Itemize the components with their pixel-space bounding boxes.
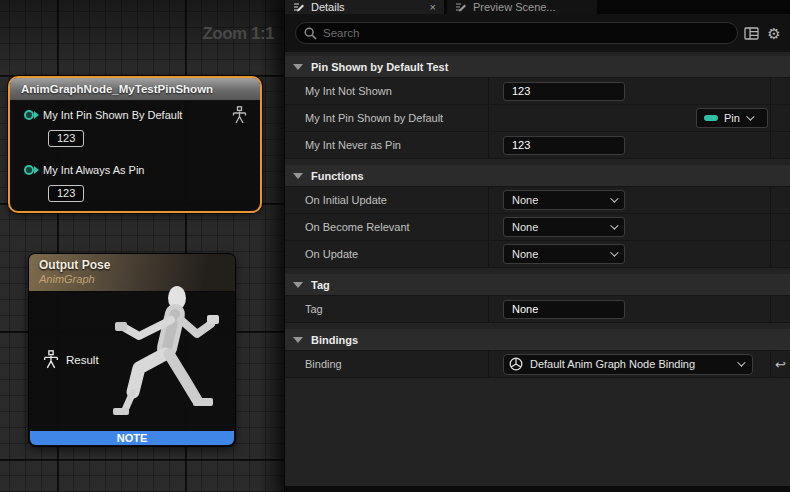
panel-tab-bar: Details × Preview Scene... — [285, 0, 790, 14]
row-on-update: On Update None — [285, 241, 790, 268]
row-tag: Tag None — [285, 296, 790, 323]
category-tag[interactable]: Tag — [285, 274, 790, 296]
row-extra-cell — [770, 296, 790, 322]
chevron-down-icon[interactable] — [293, 173, 303, 179]
row-on-become-relevant: On Become Relevant None — [285, 214, 790, 241]
chevron-down-icon[interactable] — [293, 282, 303, 288]
property-label: My Int Pin Shown by Default — [285, 105, 489, 131]
property-label: My Int Not Shown — [285, 78, 489, 104]
row-my-int-not-shown: My Int Not Shown 123 — [285, 78, 790, 105]
details-body: Pin Shown by Default Test My Int Not Sho… — [285, 52, 790, 486]
display-options-icon[interactable] — [741, 27, 761, 40]
category-functions[interactable]: Functions — [285, 165, 790, 187]
node-header[interactable]: AnimGraphNode_MyTestPinShown — [10, 78, 260, 101]
row-extra-cell — [770, 132, 790, 158]
category-bindings[interactable]: Bindings — [285, 329, 790, 351]
pose-figure-icon[interactable] — [232, 106, 247, 128]
animgraph-editor: Zoom 1:1 AnimGraphNode_MyTestPinShown My… — [0, 0, 790, 492]
row-extra-cell — [770, 187, 790, 213]
row-my-int-never-as-pin: My Int Never as Pin 123 — [285, 132, 790, 159]
details-panel: Details × Preview Scene... — [284, 0, 790, 492]
tab-label: Preview Scene... — [473, 1, 556, 13]
row-on-initial-update: On Initial Update None — [285, 187, 790, 214]
function-dropdown[interactable]: None — [503, 244, 625, 264]
pin-default-value[interactable]: 123 — [48, 185, 84, 202]
mannequin-image — [81, 284, 233, 430]
search-toolbar: ⚙ — [285, 14, 790, 52]
int-value-input[interactable]: 123 — [503, 82, 625, 101]
tag-input[interactable]: None — [503, 300, 625, 319]
chevron-down-icon — [610, 248, 618, 256]
row-extra-cell: ↩ — [770, 351, 790, 377]
output-pose-node[interactable]: Output Pose AnimGraph — [28, 253, 236, 447]
int-pin-icon[interactable] — [24, 165, 34, 175]
chevron-down-icon — [746, 112, 754, 120]
reset-to-default-icon[interactable]: ↩ — [775, 357, 786, 372]
chevron-down-icon[interactable] — [293, 337, 303, 343]
function-dropdown[interactable]: None — [503, 217, 625, 237]
search-box[interactable] — [295, 22, 738, 44]
node-pin-row: My Int Pin Shown By Default — [10, 109, 182, 121]
row-my-int-pin-shown-by-default: My Int Pin Shown by Default Pin — [285, 105, 790, 132]
zoom-level-label: Zoom 1:1 — [202, 24, 274, 44]
pin-label: My Int Pin Shown By Default — [43, 109, 182, 121]
details-icon — [293, 1, 305, 13]
result-pin-row[interactable]: Result — [43, 350, 99, 369]
row-extra-cell — [770, 78, 790, 104]
chevron-down-icon[interactable] — [293, 64, 303, 70]
row-binding: Binding Default Anim Graph Node Binding … — [285, 351, 790, 378]
row-extra-cell — [770, 241, 790, 267]
anim-graph-node[interactable]: AnimGraphNode_MyTestPinShown My Int Pin … — [8, 76, 262, 213]
pin-mode-dropdown[interactable]: Pin — [696, 108, 768, 128]
binding-dropdown[interactable]: Default Anim Graph Node Binding — [503, 354, 753, 375]
panel-bottom-border — [285, 486, 790, 492]
property-label: On Become Relevant — [285, 214, 489, 240]
search-input[interactable] — [323, 27, 727, 39]
int-pin-icon[interactable] — [24, 110, 34, 120]
property-label: Binding — [285, 351, 489, 377]
tab-preview-scene[interactable]: Preview Scene... — [447, 0, 597, 14]
node-pin-row: My Int Always As Pin — [10, 164, 144, 176]
node-title: AnimGraphNode_MyTestPinShown — [21, 83, 213, 95]
chevron-down-icon — [737, 358, 745, 366]
pose-pin-icon[interactable] — [43, 350, 59, 369]
search-icon — [304, 27, 317, 40]
property-label: On Initial Update — [285, 187, 489, 213]
row-extra-cell — [770, 105, 790, 131]
result-pin-label: Result — [66, 354, 99, 366]
chevron-down-icon — [610, 221, 618, 229]
property-label: On Update — [285, 241, 489, 267]
note-badge[interactable]: NOTE — [30, 431, 234, 445]
tab-label: Details — [311, 1, 345, 13]
tab-details[interactable]: Details × — [285, 0, 444, 14]
pin-label: My Int Always As Pin — [43, 164, 144, 176]
details-icon — [455, 1, 467, 13]
chevron-down-icon — [610, 194, 618, 202]
property-label: My Int Never as Pin — [285, 132, 489, 158]
category-pin-shown-by-default-test[interactable]: Pin Shown by Default Test — [285, 56, 790, 78]
graph-canvas[interactable]: Zoom 1:1 AnimGraphNode_MyTestPinShown My… — [0, 0, 284, 492]
function-dropdown[interactable]: None — [503, 190, 625, 210]
settings-gear-icon[interactable]: ⚙ — [764, 26, 784, 41]
binding-class-icon — [509, 357, 523, 371]
int-value-input[interactable]: 123 — [503, 136, 625, 155]
row-extra-cell — [770, 214, 790, 240]
node-title: Output Pose — [39, 258, 235, 272]
pin-default-value[interactable]: 123 — [48, 130, 84, 147]
property-label: Tag — [285, 296, 489, 322]
pin-capsule-icon — [704, 115, 718, 121]
close-icon[interactable]: × — [430, 1, 436, 13]
